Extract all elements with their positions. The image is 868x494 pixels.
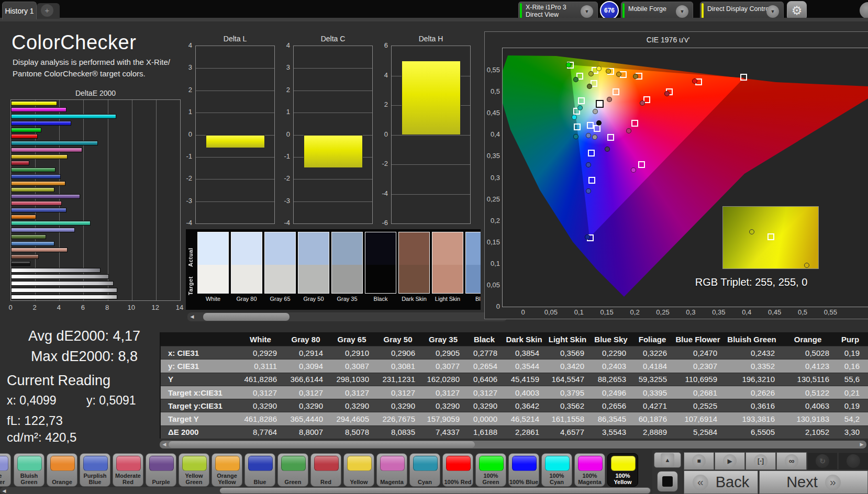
delta-y-tick-label: 0 bbox=[374, 130, 388, 138]
chevron-down-icon[interactable]: ▼ bbox=[581, 5, 593, 18]
table-cell: 0,2307 bbox=[674, 362, 724, 371]
patch-button-orange-yellow[interactable]: Orange Yellow bbox=[212, 453, 242, 487]
chevron-down-icon[interactable]: ▼ bbox=[766, 5, 779, 18]
table-cell: 0,3562 bbox=[546, 401, 591, 410]
table-cell: 161,1558 bbox=[546, 414, 591, 423]
swatch-label: White bbox=[197, 296, 229, 302]
refresh-button[interactable]: ↻ bbox=[807, 452, 838, 470]
patch-button-blue[interactable]: Blue bbox=[244, 453, 275, 487]
meter-dropdown[interactable]: X-Rite i1Pro 3Direct View ▼ bbox=[518, 2, 598, 20]
patch-button-green[interactable]: Green bbox=[277, 453, 308, 487]
pattern-strip-scrollbar-thumb[interactable] bbox=[220, 488, 650, 493]
patch-button-orange[interactable]: Orange bbox=[47, 453, 77, 487]
scroll-left-icon[interactable]: ◀ bbox=[188, 313, 196, 321]
table-cell: 0,3795 bbox=[546, 388, 591, 397]
continuous-button[interactable]: ∞ bbox=[776, 452, 807, 470]
patch-button-magenta[interactable]: Magenta bbox=[376, 453, 407, 487]
table-cell: 5,2584 bbox=[674, 428, 724, 436]
patch-button-100-yellow[interactable]: 100% Yellow bbox=[607, 453, 638, 487]
patch-button-label: 100% Yellow bbox=[608, 473, 638, 485]
scroll-left-icon[interactable]: ◀ bbox=[1, 488, 8, 493]
pattern-tools-panel: ▲ bbox=[652, 450, 683, 494]
swatch-label: Dark Skin bbox=[398, 296, 430, 302]
delta-l-title: Delta L bbox=[195, 35, 275, 43]
scroll-left-icon[interactable]: ◀ bbox=[161, 441, 168, 448]
patch-button-100-cyan[interactable]: 100% Cyan bbox=[541, 453, 572, 487]
source-dropdown[interactable]: Mobile Forge ▼ bbox=[621, 2, 693, 20]
patch-button-purplish-blue[interactable]: Purplish Blue bbox=[80, 453, 110, 487]
add-tab-button[interactable]: + bbox=[37, 3, 60, 19]
delta-y-tick-label: 1 bbox=[276, 108, 290, 116]
display-control-dropdown[interactable]: Direct Display Control ▼ bbox=[700, 2, 784, 20]
table-cell: 88,2653 bbox=[591, 375, 633, 384]
scroll-right-icon[interactable]: ▶ bbox=[858, 441, 865, 448]
pattern-up-button[interactable]: ▲ bbox=[654, 452, 681, 468]
cie-x-tick-label: 0,15 bbox=[596, 308, 617, 316]
table-scrollbar-thumb[interactable] bbox=[169, 441, 475, 448]
next-button[interactable]: Next » bbox=[759, 470, 868, 494]
patch-color-chip bbox=[50, 456, 75, 471]
display-control-status-stripe bbox=[702, 3, 704, 19]
patch-button-moderate-red[interactable]: Moderate Red bbox=[113, 453, 143, 487]
swatch-target-half bbox=[198, 265, 228, 293]
patch-button-bluish-green[interactable]: Bluish Green bbox=[14, 453, 44, 487]
cie-x-tick-label: 0,45 bbox=[764, 308, 785, 316]
stop-button[interactable]: ■ bbox=[684, 452, 714, 470]
back-button[interactable]: « Back bbox=[684, 470, 758, 494]
table-cell: 8,8007 bbox=[284, 428, 330, 436]
patch-button-blue-flower[interactable]: Blue Flower bbox=[0, 453, 11, 487]
patch-button-purple[interactable]: Purple bbox=[146, 453, 176, 487]
cie-y-tick-label: 0,15 bbox=[485, 238, 500, 246]
chevron-down-icon[interactable]: ▼ bbox=[676, 5, 688, 18]
table-scrollbar[interactable]: ◀ ▶ bbox=[160, 441, 866, 448]
table-cell: 4,6577 bbox=[546, 428, 591, 436]
target-row-label: Target bbox=[187, 264, 194, 295]
patch-button-100-green[interactable]: 100% Green bbox=[475, 453, 506, 487]
cie-white-point-square bbox=[596, 100, 604, 108]
patch-button-label: Purple bbox=[146, 479, 176, 485]
delta-y-tick-label: 2 bbox=[374, 100, 388, 108]
swatch-blue bbox=[465, 232, 481, 294]
deltae-gridline bbox=[108, 100, 108, 300]
cie-measured-point bbox=[586, 188, 591, 194]
cie-measured-point bbox=[585, 234, 590, 240]
pattern-window-button[interactable] bbox=[657, 471, 678, 492]
table-cell: 0,19 bbox=[836, 401, 866, 410]
table-cell: 196,3210 bbox=[724, 375, 782, 384]
corner-partial-button[interactable] bbox=[860, 2, 868, 19]
patch-button-100-red[interactable]: 100% Red bbox=[442, 453, 473, 487]
pattern-strip-scrollbar[interactable]: ◀ bbox=[0, 487, 651, 494]
play-button[interactable]: ▶ bbox=[715, 452, 745, 470]
delta-gridline bbox=[392, 164, 470, 165]
settings-button[interactable]: ⚙ bbox=[787, 1, 807, 20]
patch-button-label: Moderate Red bbox=[113, 473, 143, 485]
tab-history-1[interactable]: History 1 bbox=[2, 2, 37, 19]
cie-measured-point bbox=[607, 97, 612, 102]
refresh-icon: ↻ bbox=[816, 454, 829, 468]
meter-count-badge[interactable]: 676 bbox=[600, 1, 619, 20]
patch-button-yellow[interactable]: Yellow bbox=[343, 453, 374, 487]
table-cell: 0,3127 bbox=[376, 388, 422, 397]
cie-measured-point bbox=[587, 84, 592, 89]
patch-button-cyan[interactable]: Cyan bbox=[409, 453, 440, 487]
table-cell: 0,2432 bbox=[724, 349, 782, 357]
patch-button-yellow-green[interactable]: Yellow Green bbox=[179, 453, 209, 487]
patch-button-red[interactable]: Red bbox=[310, 453, 341, 487]
corner-button[interactable] bbox=[838, 452, 868, 470]
table-cell: 8,5078 bbox=[330, 428, 376, 436]
cie-target-square bbox=[578, 97, 585, 104]
cie-y-tick-label: 0,25 bbox=[485, 195, 500, 203]
table-cell: 366,6144 bbox=[284, 375, 330, 384]
interval-button[interactable]: [-] bbox=[745, 452, 776, 470]
deltae-bar bbox=[11, 295, 117, 299]
swatch-scrollbar[interactable]: ◀ ▶ bbox=[187, 312, 507, 321]
fl-reading: fL: 122,73 bbox=[7, 413, 63, 428]
patch-button-100-blue[interactable]: 100% Blue bbox=[508, 453, 539, 487]
swatch-scrollbar-thumb[interactable] bbox=[203, 313, 290, 321]
patch-button-100-magenta[interactable]: 100% Magenta bbox=[574, 453, 605, 487]
cie-target-square bbox=[587, 122, 594, 129]
delta-y-tick-label: -1 bbox=[276, 152, 290, 160]
display-control-dropdown-label: Direct Display Control bbox=[707, 5, 771, 13]
deltae-bar bbox=[11, 261, 30, 266]
table-row-label: Y bbox=[161, 375, 239, 384]
